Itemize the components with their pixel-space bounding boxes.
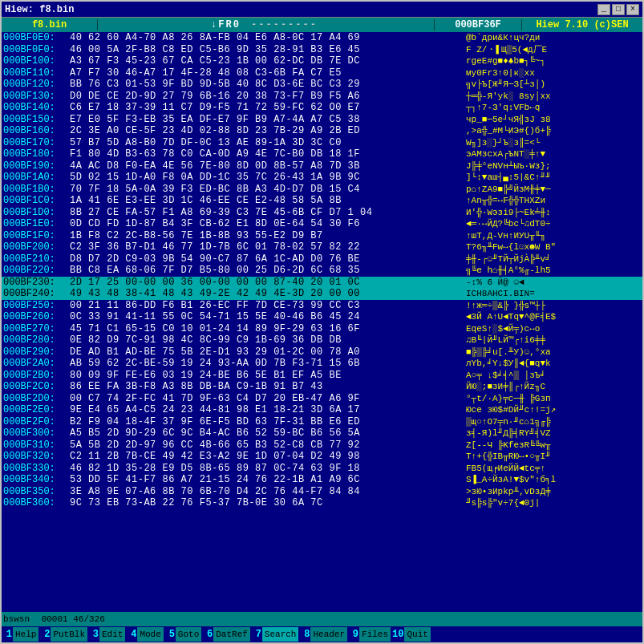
table-row[interactable]: 000BF280:0E 82 D9 7C-91 98 4C 8C-99 C9 1…: [2, 334, 642, 346]
table-row[interactable]: 000BF180:F1 80 4D B3-63 78 C0 CA-0D A9 4…: [2, 148, 642, 160]
hex-bytes: AB 59 62 2C-BE-59 19 24 93-AA 0D 7B F3-7…: [70, 358, 463, 370]
table-row[interactable]: 000BF140:C6 E7 18 37-39 11 C7 D9-F5 71 7…: [2, 102, 642, 114]
table-row[interactable]: 000BF340:53 DD 5F 41-F7 86 A7 21-15 24 7…: [2, 474, 642, 486]
hex-bytes: 9C 73 EB 73-AB 22 76 F5-37 7B-0E 30 6A 7…: [70, 497, 463, 509]
table-row[interactable]: 000BF320:C2 11 2B 7B-CE 49 42 E3-A2 9E 1…: [2, 451, 642, 463]
footer-btn-num: 7: [251, 629, 262, 640]
footer-button-files[interactable]: 9Files: [348, 627, 391, 642]
hex-bytes: 2C 3E A0 CE-5F 23 4D 02-88 8D 23 7B-29 A…: [70, 125, 463, 137]
hex-bytes: 0C 33 91 41-11 55 0C 54-71 15 5E 40-46 B…: [70, 311, 463, 323]
table-row[interactable]: 000BF1D0:8B 27 CE FA-57 F1 A8 69-39 C3 7…: [2, 207, 642, 219]
table-row[interactable]: 000BF290:DE AD B1 AD-BE 75 5B 2E-D1 93 2…: [2, 346, 642, 358]
hex-bytes: A7 F7 30 46-A7 17 4F-28 48 08 C3-6B FA C…: [70, 67, 463, 79]
hex-bytes: 2D 17 25 00-00 00 36 00-00 00 00 87-40 2…: [70, 277, 463, 289]
table-row[interactable]: 000BF120:BB 76 C3 01-53 9F BD 9D-5B 40 8…: [2, 79, 642, 91]
footer-button-help[interactable]: 1Help: [2, 627, 39, 642]
table-row[interactable]: 000BF100:A3 67 F3 45-23 67 CA C5-23 1B 0…: [2, 55, 642, 67]
footer-button-putblk[interactable]: 2PutBlk: [39, 627, 88, 642]
table-row[interactable]: 000BF1C0:1A 41 6E E3-EE 3D 1C 46-EE CE E…: [2, 195, 642, 207]
table-row[interactable]: 000BF270:45 71 C1 65-15 C0 10 01-24 14 8…: [2, 323, 642, 335]
hex-address: 000BF290:: [2, 346, 70, 358]
hex-bytes: D8 D7 2D C9-03 9B 54 90-C7 87 6A 1C-AD D…: [70, 253, 463, 265]
footer-button-search[interactable]: 7Search: [251, 627, 300, 642]
table-row[interactable]: 000BF150:E7 E0 5F F3-EB 35 EA DF-E7 9F B…: [2, 114, 642, 126]
table-row[interactable]: 000BF310:5A 5B 2D 2D-97 96 CC 4B-66 65 B…: [2, 439, 642, 452]
table-row[interactable]: 000BF240:49 43 48 38-41 48 43 49-2E 42 4…: [2, 288, 642, 300]
table-row[interactable]: 000BF210:D8 D7 2D C9-03 9B 54 90-C7 87 6…: [2, 253, 642, 265]
footer-button-edit[interactable]: 3Edit: [88, 627, 126, 642]
hex-bytes: 40 62 60 A4-70 A8 26 8A-FB 04 E6 A8-0C 1…: [70, 32, 463, 44]
table-row[interactable]: 000BF110:A7 F7 30 46-A7 17 4F-28 48 08 C…: [2, 67, 642, 79]
table-row[interactable]: 000BF0E0:40 62 60 A4-70 A8 26 8A-FB 04 E…: [2, 32, 642, 44]
hex-address: 000BF220:: [2, 265, 70, 277]
hex-address: 000BF200:: [2, 241, 70, 253]
footer-btn-label: Goto: [176, 627, 201, 642]
table-row[interactable]: 000BF1A0:5D 02 15 1D-A0 F8 0A DD-1C 35 7…: [2, 172, 642, 184]
hex-chars: ╜s╠s╠"v÷7{◄0j|: [463, 497, 642, 509]
footer-button-datref[interactable]: 6DatRef: [202, 627, 251, 642]
hex-bytes: F1 80 4D B3-63 78 C0 CA-0D A9 4E 7C-B0 D…: [70, 148, 463, 160]
hex-address: 000BF160:: [2, 125, 70, 137]
table-row[interactable]: 000BF250:00 21 11 86-DD F6 B1 26-EC FF 7…: [2, 300, 642, 312]
table-row[interactable]: 000BF170:57 B7 5D A8-B0 7D DF-0C 13 AE 8…: [2, 137, 642, 149]
hex-bytes: 53 DD 5F 41-F7 86 A7 21-15 24 76 22-1B A…: [70, 474, 463, 486]
table-row[interactable]: 000BF190:4A AC D8 F0-EA 4E 56 7E-80 8D 0…: [2, 160, 642, 172]
table-row[interactable]: 000BF130:D0 DE CE 2D-9D 27 79 6B-16 20 3…: [2, 91, 642, 103]
footer-btn-label: DatRef: [213, 627, 250, 642]
hex-chars: p⌂↑ZA9■╠╝ЙзM╫╪▼─: [463, 184, 642, 196]
table-row[interactable]: 000BF230:2D 17 25 00-00 00 36 00-00 00 0…: [2, 277, 642, 289]
hex-chars: лYb,╛Y↓$У║◄{■q▼k: [463, 358, 642, 370]
hex-address: 000BF170:: [2, 137, 70, 149]
hex-address: 000BF2C0:: [2, 381, 70, 393]
hex-chars: ■╠▒╠╛u[.╨У)☺,°xа: [463, 346, 642, 358]
table-row[interactable]: 000BF200:C2 3F 36 B7-D1 46 77 1D-7B 6C 0…: [2, 241, 642, 253]
hex-bytes: 00 21 11 86-DD F6 B1 26-EC FF 7D CE-73 9…: [70, 300, 463, 312]
table-row[interactable]: 000BF1F0:1B F8 C2 2C-B8-56 7E 1B-8B 93 5…: [2, 230, 642, 242]
table-row[interactable]: 000BF160:2C 3E A0 CE-5F 23 4D 02-88 8D 2…: [2, 125, 642, 137]
table-row[interactable]: 000BF330:46 82 1D 35-28 E9 D5 8B-65 89 8…: [2, 463, 642, 475]
hex-address: 000BF180:: [2, 148, 70, 160]
table-row[interactable]: 000BF2D0:00 C7 74 2F-FC 41 7D 9F-63 C4 D…: [2, 393, 642, 405]
footer-btn-num: 6: [202, 629, 213, 640]
hex-bytes: 5D 02 15 1D-A0 F8 0A DD-1C 35 7C 26-43 1…: [70, 172, 463, 184]
table-row[interactable]: 000BF360:9C 73 EB 73-AB 22 76 F5-37 7B-0…: [2, 497, 642, 509]
footer-button-goto[interactable]: 5Goto: [164, 627, 202, 642]
hex-address: 000BF1B0:: [2, 184, 70, 196]
hex-bytes: BB C8 EA 68-06 7F D7 B5-80 00 25 D6-2D 6…: [70, 265, 463, 277]
hex-bytes: 5A 5B 2D 2D-97 96 CC 4B-66 65 B3 52-C8 C…: [70, 439, 463, 452]
hex-address: 000BF0F0:: [2, 44, 70, 56]
minimize-button[interactable]: _: [597, 4, 610, 15]
table-row[interactable]: 000BF2B0:80 09 9F FE-E6 03 19 24-BE B6 5…: [2, 370, 642, 382]
footer-button-header[interactable]: 8Header: [299, 627, 348, 642]
hex-address: 000BF1F0:: [2, 230, 70, 242]
hex-bytes: 00 C7 74 2F-FC 41 7D 9F-63 C4 D7 20 EB-4…: [70, 393, 463, 405]
table-row[interactable]: 000BF260:0C 33 91 41-11 55 0C 54-71 15 5…: [2, 311, 642, 323]
hex-address: 000BF0E0:: [2, 32, 70, 44]
hex-bytes: 57 B7 5D A8-B0 7D DF-0C 13 AE 89-1A 3D 3…: [70, 137, 463, 149]
table-row[interactable]: 000BF1E0:0D CD FD 1D-87 B4 3F CB-62 E1 8…: [2, 218, 642, 230]
hex-chars: ╗╚е h⌂╫╡А°%╓-lh5: [463, 265, 642, 277]
hex-bytes: 4A AC D8 F0-EA 4E 56 7E-80 8D 0D 8B-57 A…: [70, 160, 463, 172]
footer-button-quit[interactable]: 10Quit: [391, 627, 431, 642]
table-row[interactable]: 000BF2F0:B2 F9 04 18-4F 37 9F 6E-F5 BD 6…: [2, 416, 642, 428]
hex-chars: Т?6╖╨Fw↔{l☺x☻W В": [463, 241, 642, 253]
close-button[interactable]: ×: [626, 4, 639, 15]
footer-btn-label: Edit: [99, 627, 125, 642]
hex-address: 000BF140:: [2, 102, 70, 114]
hex-address: 000BF1D0:: [2, 207, 70, 219]
footer-button-mode[interactable]: 4Mode: [126, 627, 164, 642]
table-row[interactable]: 000BF350:3E A8 9E 07-A6 8B 70 6B-70 D4 2…: [2, 486, 642, 498]
table-row[interactable]: 000BF0F0:46 00 5A 2F-B8 C8 ED C5-B6 9D 3…: [2, 44, 642, 56]
hex-bytes: 80 09 9F FE-E6 03 19 24-BE B6 5E B1 EF A…: [70, 370, 463, 382]
hex-view[interactable]: 000BF0E0:40 62 60 A4-70 A8 26 8A-FB 04 E…: [2, 32, 642, 612]
table-row[interactable]: 000BF220:BB C8 EA 68-06 7F D7 B5-80 00 2…: [2, 265, 642, 277]
table-row[interactable]: 000BF300:A5 B5 2D 9D-29 6C 9C B4-AC B6 5…: [2, 427, 642, 439]
hex-chars: ┬┐↑7-З'q↕VFb←q: [463, 102, 642, 114]
table-row[interactable]: 000BF1B0:70 7F 18 5A-0A 39 F3 ED-BC 8B A…: [2, 184, 642, 196]
maximize-button[interactable]: □: [612, 4, 625, 15]
table-row[interactable]: 000BF2A0:AB 59 62 2C-BE-59 19 24 93-AA 0…: [2, 358, 642, 370]
table-row[interactable]: 000BF2E0:9E E4 65 A4-C5 24 23 44-81 98 E…: [2, 404, 642, 416]
hex-address: 000BF230:: [2, 277, 70, 289]
hex-chars: F Z/・▌Щ▒5(◄д厂E: [463, 44, 642, 56]
table-row[interactable]: 000BF2C0:86 EE FA 3B-F8 A3 8B DB-BA C9-1…: [2, 381, 642, 393]
